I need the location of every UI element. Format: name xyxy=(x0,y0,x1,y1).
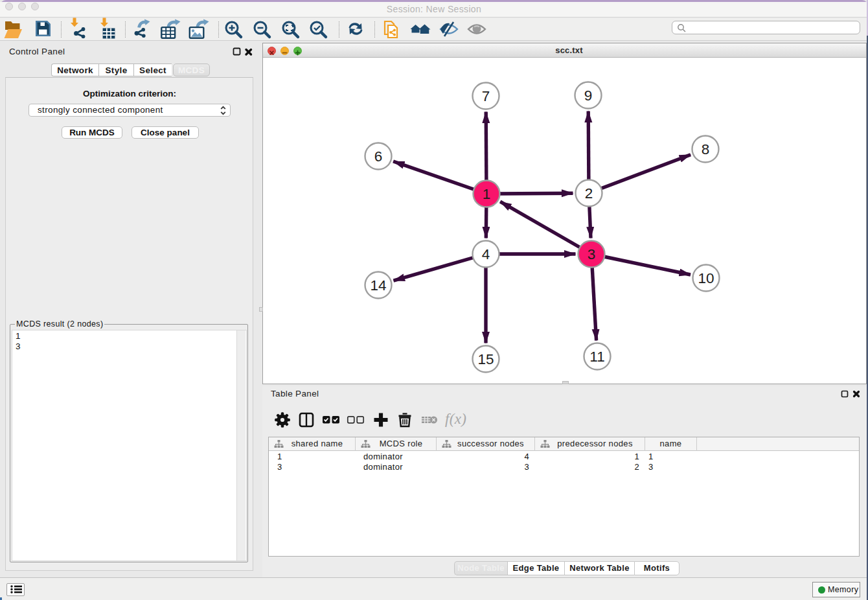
svg-text:7: 7 xyxy=(482,88,490,104)
svg-text:11: 11 xyxy=(589,349,604,365)
svg-text:3: 3 xyxy=(588,246,596,262)
svg-text:9: 9 xyxy=(584,87,593,104)
svg-text:4: 4 xyxy=(482,246,490,262)
svg-text:15: 15 xyxy=(477,351,494,367)
svg-text:2: 2 xyxy=(585,185,593,202)
svg-text:10: 10 xyxy=(698,270,714,286)
svg-text:8: 8 xyxy=(702,141,710,157)
svg-text:1: 1 xyxy=(483,186,491,202)
svg-text:14: 14 xyxy=(370,277,386,294)
svg-text:6: 6 xyxy=(374,148,383,165)
